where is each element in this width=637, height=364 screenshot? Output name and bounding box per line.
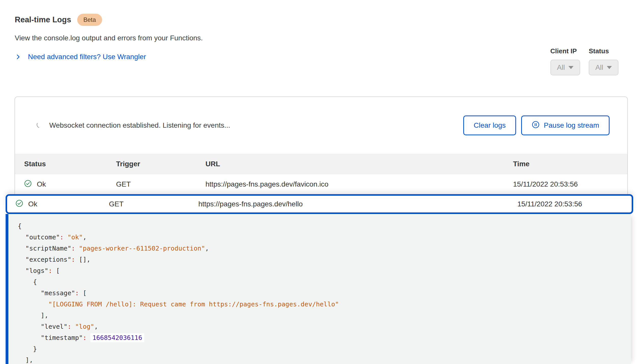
expanded-log-entry: Ok GET https://pages-fns.pages.dev/hello… (6, 194, 633, 364)
status-cell: Ok (24, 180, 116, 189)
time-cell: 15/11/2022 20:53:56 (517, 200, 619, 208)
json-line: ], (18, 355, 631, 364)
caret-down-icon (607, 66, 612, 69)
filters: Client IP All Status All (550, 47, 618, 75)
column-header-trigger: Trigger (116, 160, 205, 168)
wrangler-link[interactable]: Need advanced filters? Use Wrangler (15, 53, 203, 61)
json-line: "level": "log", (18, 321, 631, 332)
client-ip-filter: Client IP All (550, 47, 580, 75)
check-circle-icon (24, 180, 32, 189)
column-header-url: URL (205, 160, 513, 168)
status-text: Ok (37, 180, 46, 188)
url-cell: https://pages-fns.pages.dev/hello (198, 200, 517, 208)
trigger-cell: GET (116, 180, 205, 188)
status-text: Ok (28, 200, 37, 208)
chevron-right-icon (15, 54, 21, 60)
log-row-favicon[interactable]: Ok GET https://pages-fns.pages.dev/favic… (15, 174, 627, 194)
clear-logs-button[interactable]: Clear logs (463, 115, 516, 135)
beta-badge: Beta (77, 14, 102, 26)
check-circle-icon (15, 200, 23, 209)
trigger-cell: GET (109, 200, 198, 208)
pause-circle-icon (532, 121, 540, 130)
column-header-status: Status (24, 160, 116, 168)
url-cell: https://pages-fns.pages.dev/favicon.ico (205, 180, 513, 188)
status-dropdown[interactable]: All (589, 60, 618, 75)
log-json-viewer: { "outcome": "ok", "scriptName": "pages-… (6, 214, 631, 364)
json-line: "message": [ (18, 288, 631, 299)
json-line: { (18, 276, 631, 288)
status-value: All (595, 63, 603, 72)
page-header: Real-time Logs Beta View the console.log… (15, 14, 203, 61)
time-cell: 15/11/2022 20:53:56 (513, 180, 615, 188)
log-table-header: Status Trigger URL Time (15, 154, 627, 174)
json-line: { (18, 221, 631, 232)
json-line: "logs": [ (18, 265, 631, 276)
spinner-icon (36, 121, 43, 130)
json-line: "timestamp": 1668542036116 (18, 332, 631, 343)
column-header-time: Time (513, 160, 615, 168)
status-label: Status (589, 47, 609, 55)
client-ip-dropdown[interactable]: All (550, 60, 580, 75)
page-title: Real-time Logs (15, 15, 71, 24)
clear-logs-label: Clear logs (474, 121, 506, 129)
json-line: "outcome": "ok", (18, 232, 631, 243)
status-cell: Ok (15, 200, 109, 209)
client-ip-value: All (557, 63, 565, 72)
log-panel-header: Websocket connection established. Listen… (15, 97, 627, 154)
json-line: ], (18, 310, 631, 321)
status-filter: Status All (589, 47, 618, 75)
log-row-hello-selected[interactable]: Ok GET https://pages-fns.pages.dev/hello… (6, 194, 633, 214)
client-ip-label: Client IP (550, 47, 577, 55)
page-subtitle: View the console.log output and errors f… (15, 34, 203, 42)
json-line: "scriptName": "pages-worker--611502-prod… (18, 243, 631, 254)
json-line: "[LOGGING FROM /hello]: Request came fro… (18, 299, 631, 310)
websocket-status-text: Websocket connection established. Listen… (49, 121, 230, 129)
wrangler-link-label: Need advanced filters? Use Wrangler (28, 53, 146, 61)
json-line: "exceptions": [], (18, 254, 631, 265)
caret-down-icon (568, 66, 574, 69)
panel-actions: Clear logs Pause log stream (463, 115, 610, 135)
json-line: } (18, 343, 631, 355)
websocket-status: Websocket connection established. Listen… (36, 121, 230, 130)
pause-log-stream-button[interactable]: Pause log stream (521, 115, 610, 135)
pause-log-stream-label: Pause log stream (544, 121, 599, 129)
